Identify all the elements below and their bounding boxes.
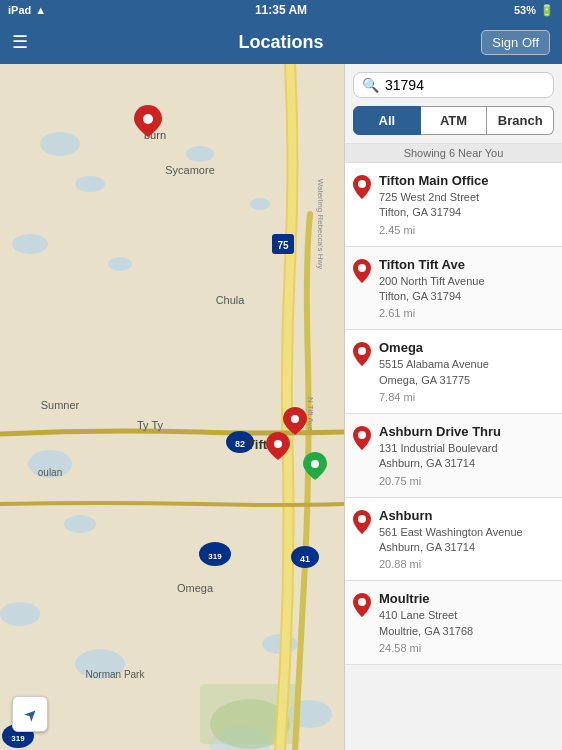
svg-point-45	[358, 347, 366, 355]
svg-point-4	[108, 257, 132, 271]
location-name: Ashburn Drive Thru	[379, 424, 554, 441]
location-list: Tifton Main Office 725 West 2nd Street T…	[345, 163, 562, 750]
status-left: iPad ▲	[8, 4, 46, 16]
svg-text:Norman Park: Norman Park	[86, 669, 146, 680]
compass-button[interactable]: ➤	[12, 696, 48, 732]
location-address: 5515 Alabama Avenue Omega, GA 31775	[379, 357, 554, 388]
svg-point-40	[274, 440, 282, 448]
location-distance: 24.58 mi	[379, 642, 554, 654]
location-info: Ashburn 561 East Washington Avenue Ashbu…	[379, 508, 554, 571]
location-pin-icon	[353, 175, 371, 203]
filter-branch-button[interactable]: Branch	[487, 106, 554, 135]
wifi-icon: ▲	[35, 4, 46, 16]
search-bar: 🔍	[345, 64, 562, 106]
location-pin-icon	[353, 342, 371, 370]
location-pin-icon	[353, 593, 371, 621]
search-icon: 🔍	[362, 77, 379, 93]
location-name: Moultrie	[379, 591, 554, 608]
location-address: 410 Lane Street Moultrie, GA 31768	[379, 608, 554, 639]
svg-text:Sycamore: Sycamore	[165, 164, 215, 176]
location-address: 200 North Tift Avenue Tifton, GA 31794	[379, 274, 554, 305]
page-title: Locations	[238, 32, 323, 53]
status-time: 11:35 AM	[255, 3, 307, 17]
map-svg: 75 82 319 41 319 burn Sycamore Chula Tif…	[0, 64, 344, 750]
location-distance: 20.75 mi	[379, 475, 554, 487]
svg-text:319: 319	[208, 552, 222, 561]
location-pin-icon	[353, 510, 371, 538]
location-name: Tifton Main Office	[379, 173, 554, 190]
svg-point-41	[311, 460, 319, 468]
location-info: Omega 5515 Alabama Avenue Omega, GA 3177…	[379, 340, 554, 403]
sign-off-button[interactable]: Sign Off	[481, 30, 550, 55]
location-distance: 20.88 mi	[379, 558, 554, 570]
svg-text:82: 82	[235, 439, 245, 449]
svg-point-1	[40, 132, 80, 156]
svg-point-2	[75, 176, 105, 192]
location-name: Ashburn	[379, 508, 554, 525]
showing-count: Showing 6 Near You	[345, 143, 562, 163]
right-panel: 🔍 All ATM Branch Showing 6 Near You Tift…	[344, 64, 562, 750]
compass-icon: ➤	[19, 703, 42, 726]
svg-text:Chula: Chula	[216, 294, 246, 306]
location-address: 561 East Washington Avenue Ashburn, GA 3…	[379, 525, 554, 556]
location-info: Tifton Main Office 725 West 2nd Street T…	[379, 173, 554, 236]
svg-point-38	[143, 114, 153, 124]
svg-point-48	[358, 598, 366, 606]
map-area: 75 82 319 41 319 burn Sycamore Chula Tif…	[0, 64, 344, 750]
location-item[interactable]: Tifton Tift Ave 200 North Tift Avenue Ti…	[345, 247, 562, 331]
svg-text:Waterling Rebecca's Hwy: Waterling Rebecca's Hwy	[316, 179, 325, 270]
location-item[interactable]: Ashburn Drive Thru 131 Industrial Boulev…	[345, 414, 562, 498]
location-info: Ashburn Drive Thru 131 Industrial Boulev…	[379, 424, 554, 487]
location-item[interactable]: Moultrie 410 Lane Street Moultrie, GA 31…	[345, 581, 562, 665]
location-name: Omega	[379, 340, 554, 357]
svg-text:Sumner: Sumner	[41, 399, 80, 411]
svg-text:319: 319	[11, 734, 25, 743]
location-pin-icon	[353, 426, 371, 454]
svg-point-47	[358, 515, 366, 523]
status-bar: iPad ▲ 11:35 AM 53% 🔋	[0, 0, 562, 20]
location-item[interactable]: Tifton Main Office 725 West 2nd Street T…	[345, 163, 562, 247]
svg-point-6	[250, 198, 270, 210]
svg-point-3	[12, 234, 48, 254]
location-info: Tifton Tift Ave 200 North Tift Avenue Ti…	[379, 257, 554, 320]
location-distance: 7.84 mi	[379, 391, 554, 403]
location-pin-icon	[353, 259, 371, 287]
location-info: Moultrie 410 Lane Street Moultrie, GA 31…	[379, 591, 554, 654]
filter-atm-button[interactable]: ATM	[421, 106, 488, 135]
menu-icon[interactable]: ☰	[12, 31, 28, 53]
location-address: 131 Industrial Boulevard Ashburn, GA 317…	[379, 441, 554, 472]
svg-text:Ty Ty: Ty Ty	[137, 419, 164, 431]
header: ☰ Locations Sign Off	[0, 20, 562, 64]
main-content: 75 82 319 41 319 burn Sycamore Chula Tif…	[0, 64, 562, 750]
filter-all-button[interactable]: All	[353, 106, 421, 135]
search-input[interactable]	[385, 77, 560, 93]
status-right: 53% 🔋	[514, 4, 554, 17]
svg-text:75: 75	[277, 240, 289, 251]
svg-point-43	[358, 180, 366, 188]
battery-label: 53%	[514, 4, 536, 16]
svg-point-44	[358, 264, 366, 272]
svg-point-46	[358, 431, 366, 439]
svg-point-39	[291, 415, 299, 423]
location-distance: 2.45 mi	[379, 224, 554, 236]
svg-text:Omega: Omega	[177, 582, 214, 594]
location-name: Tifton Tift Ave	[379, 257, 554, 274]
location-address: 725 West 2nd Street Tifton, GA 31794	[379, 190, 554, 221]
carrier-label: iPad	[8, 4, 31, 16]
svg-text:N Tift Ave: N Tift Ave	[306, 397, 315, 432]
svg-point-5	[186, 146, 214, 162]
filter-row: All ATM Branch	[345, 106, 562, 143]
location-distance: 2.61 mi	[379, 307, 554, 319]
svg-text:41: 41	[300, 554, 310, 564]
location-item[interactable]: Ashburn 561 East Washington Avenue Ashbu…	[345, 498, 562, 582]
svg-point-9	[0, 602, 40, 626]
search-input-wrap: 🔍	[353, 72, 554, 98]
location-item[interactable]: Omega 5515 Alabama Avenue Omega, GA 3177…	[345, 330, 562, 414]
svg-point-8	[64, 515, 96, 533]
svg-text:oulan: oulan	[38, 467, 62, 478]
battery-icon: 🔋	[540, 4, 554, 17]
